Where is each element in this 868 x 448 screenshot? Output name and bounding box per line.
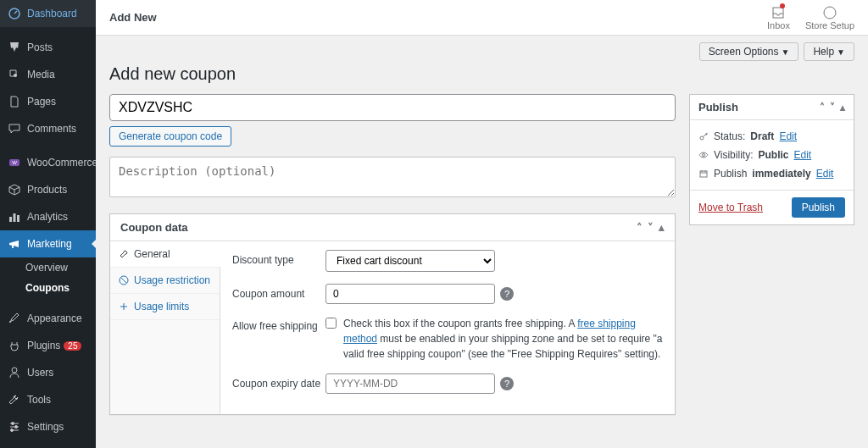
chevron-up-icon[interactable]: ˄ — [637, 221, 643, 234]
eye-icon — [698, 150, 709, 160]
chevron-down-icon: ▼ — [837, 47, 845, 57]
sidebar-item-plugins[interactable]: Plugins25 — [0, 332, 96, 359]
sidebar-item-label: Pages — [27, 96, 56, 108]
free-shipping-label: Allow free shipping — [232, 316, 326, 332]
postbox-title: Coupon data — [120, 221, 187, 234]
coupon-data-box: Coupon data ˄ ˅ ▴ General Usage restrict… — [109, 213, 676, 415]
sidebar-item-users[interactable]: Users — [0, 359, 96, 386]
sidebar-item-label: Media — [27, 69, 55, 80]
user-icon — [7, 365, 22, 380]
publish-button[interactable]: Publish — [792, 197, 845, 218]
tab-usage-restriction[interactable]: Usage restriction — [110, 268, 220, 294]
sidebar-item-pages[interactable]: Pages — [0, 88, 96, 115]
discount-type-select[interactable]: Fixed cart discount — [326, 250, 495, 272]
chevron-down-icon[interactable]: ˅ — [830, 102, 835, 113]
svg-rect-4 — [9, 217, 12, 222]
sidebar-item-label: Plugins — [27, 340, 60, 351]
sidebar-item-appearance[interactable]: Appearance — [0, 305, 96, 332]
comment-icon — [7, 121, 22, 136]
chevron-up-icon[interactable]: ˄ — [820, 102, 825, 113]
pin-icon — [7, 40, 22, 55]
admin-sidebar: Dashboard Posts Media Pages Comments WWo… — [0, 0, 96, 448]
svg-rect-17 — [700, 171, 707, 177]
generate-coupon-button[interactable]: Generate coupon code — [109, 126, 231, 147]
free-shipping-checkbox[interactable] — [326, 318, 337, 329]
sidebar-item-label: Users — [27, 367, 53, 379]
page-icon — [7, 94, 22, 109]
chevron-down-icon: ▼ — [782, 47, 790, 57]
svg-rect-5 — [14, 213, 16, 222]
submenu-coupons[interactable]: Coupons — [0, 278, 96, 298]
help-icon[interactable]: ? — [500, 287, 514, 301]
sidebar-item-analytics[interactable]: Analytics — [0, 203, 96, 230]
brush-icon — [7, 311, 22, 326]
visibility-value: Public — [758, 149, 788, 161]
plug-icon — [7, 338, 22, 353]
svg-rect-12 — [773, 8, 783, 18]
edit-publish-link[interactable]: Edit — [816, 168, 834, 180]
status-value: Draft — [750, 130, 774, 142]
chevron-up-icon[interactable]: ▴ — [659, 221, 665, 234]
sliders-icon — [7, 419, 22, 434]
edit-visibility-link[interactable]: Edit — [793, 149, 811, 161]
discount-type-label: Discount type — [232, 250, 326, 266]
description-textarea[interactable] — [109, 157, 676, 197]
publish-title: Publish — [698, 101, 738, 113]
expiry-label: Coupon expiry date — [232, 373, 326, 390]
help-button[interactable]: Help▼ — [804, 42, 854, 61]
tab-general[interactable]: General — [110, 241, 220, 268]
help-icon[interactable]: ? — [500, 377, 514, 390]
sidebar-item-posts[interactable]: Posts — [0, 34, 96, 61]
button-label: Screen Options — [709, 46, 779, 58]
svg-point-9 — [15, 426, 18, 429]
coupon-code-input[interactable] — [109, 94, 676, 121]
wrench-icon — [7, 392, 22, 407]
sidebar-item-tools[interactable]: Tools — [0, 386, 96, 413]
sidebar-item-products[interactable]: Products — [0, 176, 96, 203]
wrench-icon — [119, 249, 129, 259]
topbar-label: Store Setup — [805, 20, 854, 30]
store-setup-button[interactable]: Store Setup — [805, 5, 854, 30]
sidebar-item-marketing[interactable]: Marketing — [0, 230, 96, 257]
move-to-trash-link[interactable]: Move to Trash — [698, 202, 763, 213]
sidebar-item-dashboard[interactable]: Dashboard — [0, 0, 96, 27]
sidebar-item-label: Marketing — [27, 238, 72, 250]
edit-status-link[interactable]: Edit — [779, 130, 797, 142]
bars-icon — [7, 209, 22, 224]
calendar-icon — [698, 169, 709, 179]
sidebar-item-label: Settings — [27, 421, 64, 433]
publish-date-label: Publish — [714, 168, 747, 180]
sidebar-item-label: Dashboard — [27, 8, 77, 19]
coupon-amount-input[interactable] — [326, 284, 495, 304]
free-shipping-text: Check this box if the coupon grants free… — [343, 316, 663, 362]
breadcrumb: Add New — [109, 11, 157, 24]
expiry-input[interactable] — [326, 373, 495, 394]
ban-icon — [119, 275, 129, 285]
sidebar-item-label: Appearance — [27, 312, 82, 324]
status-label: Status: — [714, 130, 745, 142]
topbar-label: Inbox — [767, 20, 790, 30]
submenu-overview[interactable]: Overview — [0, 257, 96, 278]
sidebar-item-label: Posts — [27, 41, 53, 53]
circle-icon — [822, 5, 837, 20]
publish-box: Publish ˄ ˅ ▴ Status: Draft — [689, 94, 854, 225]
chevron-down-icon[interactable]: ˅ — [648, 221, 654, 234]
sidebar-item-comments[interactable]: Comments — [0, 115, 96, 142]
screen-options-button[interactable]: Screen Options▼ — [699, 42, 799, 61]
svg-point-1 — [14, 74, 17, 77]
tab-usage-limits[interactable]: Usage limits — [110, 294, 220, 320]
sidebar-item-label: Products — [27, 184, 67, 196]
tab-label: Usage limits — [134, 301, 189, 312]
sidebar-item-media[interactable]: Media — [0, 61, 96, 88]
sidebar-item-label: Comments — [27, 123, 76, 135]
svg-text:W: W — [12, 160, 17, 165]
plugin-update-badge: 25 — [64, 341, 81, 351]
sidebar-item-label: Tools — [27, 394, 51, 406]
sidebar-item-settings[interactable]: Settings — [0, 413, 96, 440]
sidebar-item-woocommerce[interactable]: WWooCommerce — [0, 149, 96, 176]
chevron-up-icon[interactable]: ▴ — [840, 102, 845, 113]
visibility-label: Visibility: — [714, 149, 753, 161]
inbox-button[interactable]: Inbox — [767, 5, 790, 30]
svg-rect-6 — [17, 215, 19, 222]
svg-point-13 — [824, 7, 836, 19]
